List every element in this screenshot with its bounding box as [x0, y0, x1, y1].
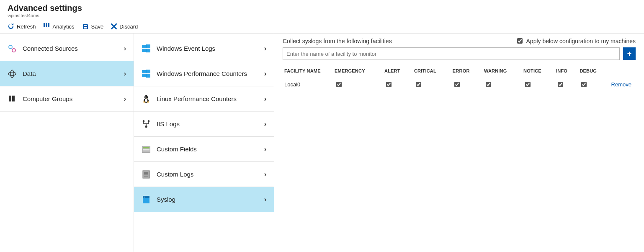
subnav-item-linux-performance-counters[interactable]: Linux Performance Counters ›: [134, 86, 274, 112]
save-icon: [82, 23, 89, 30]
svg-rect-0: [44, 23, 45, 25]
subnav-item-custom-fields[interactable]: Custom Fields ›: [134, 137, 274, 162]
chevron-right-icon: ›: [264, 95, 266, 103]
iis-icon: [142, 120, 151, 129]
severity-notice-checkbox[interactable]: [525, 82, 531, 87]
discard-button[interactable]: Discard: [111, 23, 138, 30]
chevron-right-icon: ›: [264, 196, 266, 203]
plus-icon: +: [627, 49, 632, 58]
svg-rect-4: [46, 25, 47, 27]
sidebar-item-data[interactable]: Data ›: [0, 61, 134, 86]
syslog-icon: [142, 195, 151, 204]
svg-rect-18: [142, 74, 146, 77]
severity-debug-checkbox[interactable]: [581, 82, 587, 87]
chevron-right-icon: ›: [124, 95, 126, 103]
chevron-right-icon: ›: [264, 45, 266, 52]
chevron-right-icon: ›: [264, 120, 266, 128]
discard-icon: [111, 23, 117, 29]
svg-point-6: [9, 45, 12, 49]
svg-rect-13: [146, 44, 150, 48]
add-facility-button[interactable]: +: [623, 47, 636, 60]
svg-rect-32: [143, 149, 149, 150]
svg-rect-41: [144, 197, 145, 197]
refresh-icon: [8, 23, 14, 30]
syslog-facility-table: FACILITY NAME EMERGENCY ALERT CRITICAL E…: [283, 66, 636, 92]
chevron-right-icon: ›: [264, 171, 266, 178]
svg-rect-11: [12, 96, 15, 101]
data-source-list: Windows Event Logs › Windows Performance…: [134, 34, 274, 252]
severity-error-checkbox[interactable]: [454, 82, 460, 87]
connected-sources-icon: [8, 44, 17, 53]
svg-rect-5: [48, 25, 49, 27]
sidebar-item-connected-sources[interactable]: Connected Sources ›: [0, 36, 134, 61]
col-debug: DEBUG: [578, 66, 609, 77]
svg-point-22: [145, 99, 147, 102]
svg-rect-33: [143, 151, 149, 151]
analytics-icon: [44, 23, 50, 30]
data-icon: [8, 69, 17, 78]
remove-facility-link[interactable]: Remove: [611, 81, 631, 88]
computer-groups-icon: [8, 94, 17, 104]
svg-rect-19: [146, 74, 150, 78]
svg-point-26: [147, 101, 149, 102]
svg-point-8: [8, 72, 16, 75]
col-notice: NOTICE: [522, 66, 554, 77]
svg-point-9: [10, 70, 14, 78]
chevron-right-icon: ›: [124, 70, 126, 78]
page-header: Advanced settings vipinsftest4oms: [0, 0, 644, 21]
severity-info-checkbox[interactable]: [558, 82, 563, 87]
subnav-item-iis-logs[interactable]: IIS Logs ›: [134, 112, 274, 137]
svg-point-24: [147, 96, 147, 97]
subnav-item-windows-event-logs[interactable]: Windows Event Logs ›: [134, 36, 274, 61]
table-row: Local0 Remove: [283, 77, 636, 92]
svg-point-27: [143, 120, 145, 122]
svg-rect-15: [146, 49, 150, 52]
col-info: INFO: [554, 66, 578, 77]
svg-rect-1: [46, 23, 47, 25]
col-facility: FACILITY NAME: [283, 66, 333, 77]
svg-rect-10: [9, 96, 11, 101]
apply-config-toggle[interactable]: Apply below configuration to my machines: [515, 37, 636, 45]
collect-syslogs-label: Collect syslogs from the following facil…: [283, 38, 392, 44]
save-button[interactable]: Save: [82, 23, 104, 30]
col-error: ERROR: [451, 66, 482, 77]
refresh-button[interactable]: Refresh: [8, 23, 36, 30]
svg-point-25: [143, 101, 145, 102]
svg-rect-17: [146, 70, 150, 73]
svg-rect-12: [142, 45, 146, 48]
custom-logs-icon: [142, 170, 151, 179]
windows-icon: [142, 69, 151, 78]
settings-category-list: Connected Sources › Data › Computer Grou…: [0, 34, 134, 252]
linux-icon: [142, 94, 151, 104]
analytics-button[interactable]: Analytics: [44, 23, 75, 30]
svg-rect-3: [44, 25, 45, 27]
severity-critical-checkbox[interactable]: [416, 82, 421, 87]
chevron-right-icon: ›: [264, 70, 266, 78]
syslog-pane: Collect syslogs from the following facil…: [274, 34, 644, 252]
windows-icon: [142, 44, 151, 53]
svg-point-29: [145, 125, 147, 128]
main-content: Connected Sources › Data › Computer Grou…: [0, 34, 644, 252]
subnav-item-custom-logs[interactable]: Custom Logs ›: [134, 162, 274, 187]
col-warning: WARNING: [482, 66, 522, 77]
apply-config-checkbox[interactable]: [517, 38, 523, 44]
facility-name-input[interactable]: [283, 47, 620, 60]
facility-cell: Local0: [283, 77, 333, 92]
svg-rect-2: [48, 23, 49, 25]
svg-point-23: [145, 96, 146, 97]
severity-emergency-checkbox[interactable]: [336, 82, 342, 87]
subnav-item-windows-performance-counters[interactable]: Windows Performance Counters ›: [134, 61, 274, 86]
subnav-item-syslog[interactable]: Syslog ›: [134, 187, 274, 212]
sidebar-item-computer-groups[interactable]: Computer Groups ›: [0, 86, 134, 112]
svg-rect-31: [143, 147, 149, 148]
svg-rect-16: [142, 70, 146, 73]
chevron-right-icon: ›: [124, 45, 126, 52]
svg-point-28: [148, 120, 150, 122]
svg-point-7: [12, 49, 15, 52]
custom-fields-icon: [142, 145, 151, 154]
severity-alert-checkbox[interactable]: [386, 82, 392, 87]
page-subtitle: vipinsftest4oms: [8, 13, 636, 18]
col-emergency: EMERGENCY: [333, 66, 383, 77]
severity-warning-checkbox[interactable]: [486, 82, 491, 87]
svg-rect-34: [143, 171, 149, 178]
